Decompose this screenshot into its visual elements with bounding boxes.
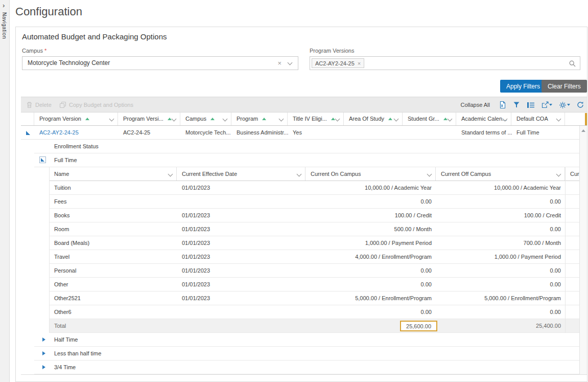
cell-off-campus: 700.00 / Month bbox=[524, 236, 561, 250]
column-header-default-coa[interactable]: Default COA bbox=[511, 113, 565, 125]
navigation-rail-label: Navigation bbox=[2, 12, 7, 39]
tag-label: AC2-AY2-24-25 bbox=[315, 60, 355, 66]
chevron-down-icon[interactable] bbox=[279, 117, 284, 122]
clear-filters-button[interactable]: Clear Filters bbox=[542, 80, 587, 93]
column-header-program-version-2[interactable]: Program Versi... bbox=[118, 113, 180, 125]
table-row[interactable]: Other6 0.00 0.00 bbox=[49, 305, 579, 319]
clear-icon[interactable]: × bbox=[277, 57, 281, 70]
apply-filters-button[interactable]: Apply Filters bbox=[500, 80, 546, 93]
chevron-down-icon[interactable] bbox=[427, 172, 432, 177]
program-version-tag[interactable]: AC2-AY2-24-25× bbox=[312, 58, 364, 68]
chevron-down-icon[interactable] bbox=[556, 172, 561, 177]
copy-budget-button[interactable]: Copy Budget and Options bbox=[59, 97, 133, 113]
column-label: Current On Campus bbox=[311, 171, 361, 177]
cell-date: 01/01/2023 bbox=[182, 222, 210, 236]
row-expand-icon[interactable] bbox=[42, 365, 45, 369]
row-expand-icon[interactable] bbox=[42, 351, 45, 355]
table-row[interactable]: Books 01/01/2023 100.00 / Credit 100.00 … bbox=[49, 209, 579, 222]
configuration-page: › Navigation Configuration Automated Bud… bbox=[0, 0, 588, 382]
chevron-down-icon[interactable] bbox=[109, 117, 114, 122]
row-expand-icon[interactable] bbox=[42, 338, 45, 342]
detail-column-name[interactable]: Name bbox=[49, 167, 177, 181]
total-on-campus-highlighted-cell[interactable]: 25,600.00 bbox=[400, 321, 437, 331]
half-time-label: Half Time bbox=[54, 333, 78, 346]
vertical-scrollbar[interactable] bbox=[579, 126, 587, 374]
chevron-down-icon[interactable] bbox=[172, 117, 177, 122]
cell-date: 01/01/2023 bbox=[182, 278, 210, 291]
tag-remove-icon[interactable]: × bbox=[358, 60, 361, 66]
table-row[interactable]: Room 01/01/2023 500.00 / Month 0.00 bbox=[49, 222, 579, 236]
total-label: Total bbox=[54, 319, 66, 332]
table-row[interactable]: Fees 0.00 0.00 bbox=[49, 195, 579, 209]
chevron-down-icon[interactable] bbox=[335, 117, 340, 122]
cell-name: Personal bbox=[54, 264, 76, 277]
campus-label-text: Campus bbox=[22, 48, 43, 54]
detail-column-on-campus[interactable]: Current On Campus bbox=[305, 167, 436, 181]
program-versions-input[interactable]: AC2-AY2-24-25× bbox=[310, 56, 580, 70]
table-row[interactable]: Travel 01/01/2023 4,000.00 / Enrollment/… bbox=[49, 250, 579, 264]
panel-title: Automated Budget and Packaging Options bbox=[22, 32, 167, 41]
filter-icon[interactable] bbox=[513, 101, 520, 108]
enrollment-status-group-row: Enrollment Status bbox=[34, 140, 579, 153]
column-header-program-version[interactable]: Program Version bbox=[34, 113, 118, 125]
sort-asc-icon bbox=[388, 118, 392, 120]
chevron-down-icon[interactable] bbox=[448, 117, 453, 122]
table-row[interactable]: Other2521 01/01/2023 5,000.00 / Enrollme… bbox=[49, 291, 579, 305]
scroll-up-icon[interactable] bbox=[581, 129, 585, 132]
excel-export-icon[interactable] bbox=[499, 101, 506, 109]
campus-value: Motorcycle Technology Center bbox=[28, 57, 110, 70]
chevron-down-icon[interactable] bbox=[168, 172, 173, 177]
cell-on-campus: 1,000.00 / Payment Period bbox=[365, 236, 432, 250]
cell-name: Other2521 bbox=[54, 291, 81, 305]
cell-off-campus: 5,000.00 / Enrollment/Program bbox=[484, 291, 561, 305]
table-row[interactable]: Board (Meals) 01/01/2023 1,000.00 / Paym… bbox=[49, 236, 579, 250]
detail-grid-column-border bbox=[565, 167, 566, 333]
campus-select[interactable]: Motorcycle Technology Center × bbox=[22, 56, 298, 70]
detail-column-effective-date[interactable]: Current Effective Date bbox=[177, 167, 305, 181]
navigation-rail[interactable]: › Navigation bbox=[0, 0, 10, 382]
chevron-down-icon[interactable] bbox=[556, 117, 561, 122]
column-header-program[interactable]: Program bbox=[231, 113, 288, 125]
cell-title-iv: Yes bbox=[293, 126, 302, 139]
cell-on-campus: 5,000.00 / Enrollment/Program bbox=[355, 291, 432, 305]
settings-button[interactable] bbox=[559, 101, 570, 109]
export-button[interactable] bbox=[542, 101, 552, 108]
chevron-down-icon[interactable] bbox=[297, 172, 302, 177]
expander-column-header bbox=[21, 113, 34, 125]
sort-asc-icon bbox=[85, 118, 89, 120]
grid-toolbar: Delete Copy Budget and Options Collapse … bbox=[21, 97, 587, 113]
cell-date: 01/01/2023 bbox=[182, 250, 210, 263]
chevron-down-icon bbox=[567, 104, 570, 106]
column-header-academic-calendar[interactable]: Academic Calen... bbox=[456, 113, 511, 125]
less-than-half-time-row[interactable]: Less than half time bbox=[34, 347, 579, 361]
row-collapse-icon[interactable] bbox=[26, 131, 30, 135]
collapse-all-button[interactable]: Collapse All bbox=[461, 102, 490, 108]
three-quarter-time-row[interactable]: 3/4 Time bbox=[34, 361, 579, 374]
cell-off-campus: 1,000.00 / Payment Period bbox=[495, 250, 561, 263]
cell-on-campus: 100.00 / Credit bbox=[395, 209, 432, 222]
half-time-row[interactable]: Half Time bbox=[34, 333, 579, 347]
table-row[interactable]: Tuition 01/01/2023 10,000.00 / Academic … bbox=[49, 181, 579, 195]
column-header-area-of-study[interactable]: Area Of Study bbox=[344, 113, 403, 125]
table-row[interactable]: Personal 01/01/2023 0.00 0.00 bbox=[49, 264, 579, 278]
cell-off-campus: 100.00 / Credit bbox=[524, 209, 561, 222]
refresh-icon[interactable] bbox=[577, 101, 584, 108]
column-chooser-icon[interactable] bbox=[527, 102, 535, 108]
column-header-campus[interactable]: Campus bbox=[180, 113, 231, 125]
chevron-down-icon[interactable] bbox=[288, 60, 293, 65]
column-header-title-iv[interactable]: Title IV Eligi... bbox=[288, 113, 344, 125]
chevron-right-icon[interactable]: › bbox=[3, 2, 5, 9]
collapse-box-icon[interactable] bbox=[39, 156, 46, 163]
detail-column-off-campus[interactable]: Current Off Campus bbox=[436, 167, 565, 181]
delete-button[interactable]: Delete bbox=[26, 97, 52, 113]
program-version-link[interactable]: AC2-AY2-24-25 bbox=[39, 126, 79, 139]
chevron-down-icon[interactable] bbox=[394, 117, 399, 122]
chevron-down-icon[interactable] bbox=[223, 117, 228, 122]
table-row[interactable]: AC2-AY2-24-25 AC2-24-25 Motorcycle Tech.… bbox=[21, 126, 579, 140]
column-header-student-group[interactable]: Student Gr... bbox=[403, 113, 456, 125]
export-icon bbox=[542, 101, 549, 108]
cell-off-campus: 10,000.00 / Academic Year bbox=[494, 181, 561, 194]
table-row[interactable]: Other 01/01/2023 0.00 0.00 bbox=[49, 278, 579, 291]
sort-asc-icon bbox=[210, 118, 215, 120]
full-time-row[interactable]: Full Time bbox=[34, 153, 579, 167]
